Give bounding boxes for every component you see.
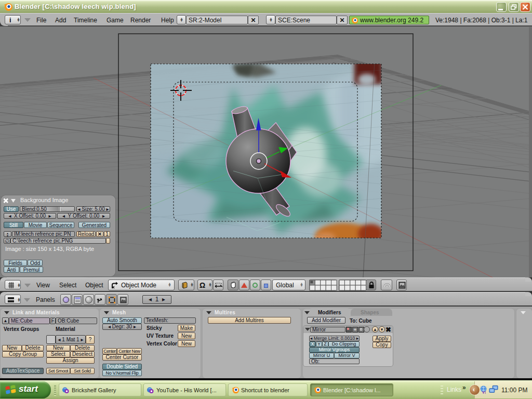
- svg-text:Y!: Y!: [482, 390, 486, 394]
